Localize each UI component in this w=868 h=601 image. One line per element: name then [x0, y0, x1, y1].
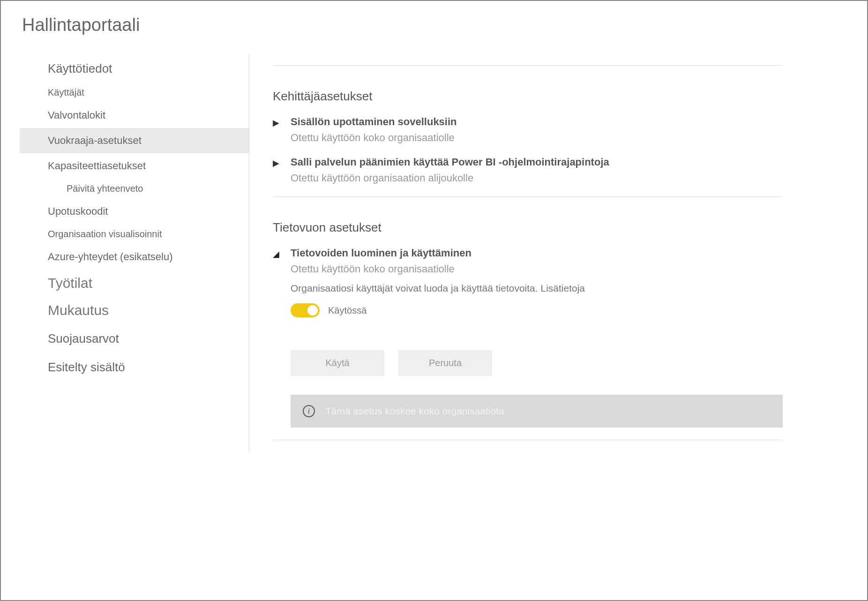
- sidebar-item-vuokraaja-asetukset[interactable]: Vuokraaja-asetukset: [20, 128, 249, 153]
- divider: [273, 440, 783, 440]
- enable-toggle[interactable]: [291, 303, 320, 317]
- setting-description: Organisaatiosi käyttäjät voivat luoda ja…: [291, 283, 783, 294]
- info-banner-text: Tämä asetus koskee koko organisaatiota: [325, 406, 504, 417]
- page-title: Hallintaportaali: [22, 15, 848, 35]
- setting-title: Tietovoiden luominen ja käyttäminen: [291, 247, 783, 259]
- sidebar-item-esitelty-sisalto[interactable]: Esitelty sisältö: [20, 353, 249, 381]
- sidebar-item-mukautus[interactable]: Mukautus: [20, 297, 249, 324]
- caret-down-icon: ◢: [273, 249, 282, 259]
- sidebar-item-valvontalokit[interactable]: Valvontalokit: [20, 103, 249, 128]
- setting-create-dataflows[interactable]: ◢ Tietovoiden luominen ja käyttäminen Ot…: [273, 247, 783, 428]
- sidebar-item-azure-yhteydet[interactable]: Azure-yhteydet (esikatselu): [20, 244, 249, 270]
- sidebar-item-tyotilat[interactable]: Työtilat: [20, 270, 249, 297]
- divider: [273, 196, 783, 197]
- sidebar-item-suojausarvot[interactable]: Suojausarvot: [20, 324, 249, 353]
- cancel-button[interactable]: Peruuta: [398, 350, 492, 376]
- sidebar-item-upotuskoodit[interactable]: Upotuskoodit: [20, 199, 249, 224]
- setting-service-principals[interactable]: ▶ Salli palvelun päänimien käyttää Power…: [273, 156, 783, 184]
- section-title-dataflow: Tietovuon asetukset: [273, 220, 783, 235]
- sidebar-item-paivita-yhteenveto[interactable]: Päivitä yhteenveto: [20, 179, 249, 199]
- caret-right-icon: ▶: [273, 118, 282, 128]
- sidebar-item-organisaation-visualisoinnit[interactable]: Organisaation visualisoinnit: [20, 224, 249, 244]
- info-icon: i: [303, 405, 315, 417]
- toggle-label: Käytössä: [328, 305, 367, 316]
- apply-button[interactable]: Käytä: [291, 350, 384, 376]
- setting-embed-content[interactable]: ▶ Sisällön upottaminen sovelluksiin Otet…: [273, 116, 783, 144]
- sidebar-item-kayttotiedot[interactable]: Käyttötiedot: [20, 54, 249, 83]
- setting-title: Sisällön upottaminen sovelluksiin: [291, 116, 783, 128]
- setting-title: Salli palvelun päänimien käyttää Power B…: [291, 156, 783, 168]
- sidebar-item-kapasiteettiasetukset[interactable]: Kapasiteettiasetukset: [20, 153, 249, 179]
- setting-subtitle: Otettu käyttöön organisaation alijoukoll…: [291, 172, 783, 184]
- info-banner: i Tämä asetus koskee koko organisaatiota: [291, 395, 783, 428]
- sidebar: Käyttötiedot Käyttäjät Valvontalokit Vuo…: [20, 54, 249, 451]
- caret-right-icon: ▶: [273, 158, 282, 168]
- section-title-developer: Kehittäjäasetukset: [273, 89, 783, 104]
- setting-subtitle: Otettu käyttöön koko organisaatiolle: [291, 132, 783, 144]
- sidebar-item-kayttajat[interactable]: Käyttäjät: [20, 83, 249, 103]
- setting-subtitle: Otettu käyttöön koko organisaatiolle: [291, 263, 783, 275]
- main-content: Kehittäjäasetukset ▶ Sisällön upottamine…: [249, 54, 848, 451]
- divider: [273, 65, 783, 66]
